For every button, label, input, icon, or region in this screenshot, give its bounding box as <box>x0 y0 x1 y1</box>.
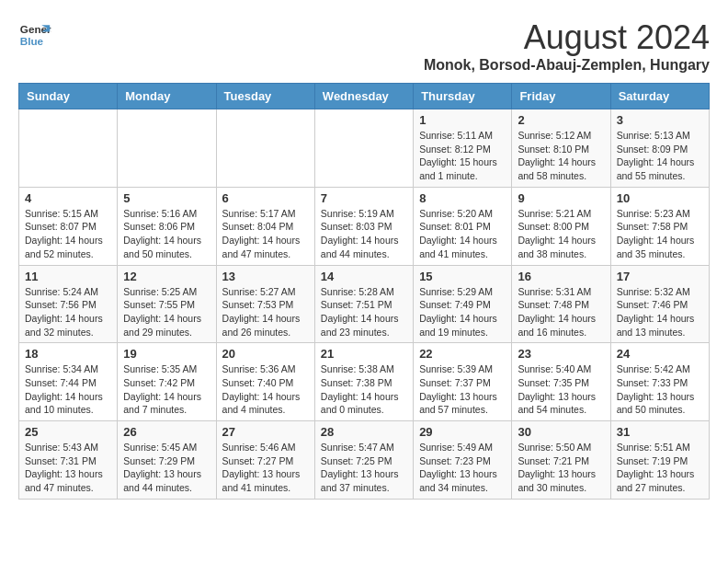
calendar-cell: 1Sunrise: 5:11 AM Sunset: 8:12 PM Daylig… <box>414 109 512 188</box>
day-info: Sunrise: 5:12 AM Sunset: 8:10 PM Dayligh… <box>518 129 604 183</box>
day-info: Sunrise: 5:23 AM Sunset: 7:58 PM Dayligh… <box>617 207 703 261</box>
calendar-cell <box>19 109 118 188</box>
calendar-cell <box>118 109 216 188</box>
day-info: Sunrise: 5:34 AM Sunset: 7:44 PM Dayligh… <box>25 362 111 417</box>
calendar-week-2: 4Sunrise: 5:15 AM Sunset: 8:07 PM Daylig… <box>19 187 710 265</box>
calendar-cell: 6Sunrise: 5:17 AM Sunset: 8:04 PM Daylig… <box>216 187 314 265</box>
day-info: Sunrise: 5:36 AM Sunset: 7:40 PM Dayligh… <box>222 362 309 417</box>
day-info: Sunrise: 5:43 AM Sunset: 7:31 PM Dayligh… <box>25 441 111 495</box>
page-header: General Blue August 2024 Monok, Borsod-A… <box>18 18 710 74</box>
day-info: Sunrise: 5:28 AM Sunset: 7:51 PM Dayligh… <box>321 285 407 339</box>
calendar-cell: 21Sunrise: 5:38 AM Sunset: 7:38 PM Dayli… <box>314 343 413 421</box>
calendar-cell: 18Sunrise: 5:34 AM Sunset: 7:44 PM Dayli… <box>19 343 118 421</box>
day-info: Sunrise: 5:50 AM Sunset: 7:21 PM Dayligh… <box>518 441 604 495</box>
calendar-cell: 3Sunrise: 5:13 AM Sunset: 8:09 PM Daylig… <box>610 109 709 188</box>
day-number: 2 <box>518 113 604 127</box>
calendar-week-5: 25Sunrise: 5:43 AM Sunset: 7:31 PM Dayli… <box>19 421 710 500</box>
day-number: 30 <box>518 425 604 439</box>
calendar-cell: 2Sunrise: 5:12 AM Sunset: 8:10 PM Daylig… <box>512 109 610 188</box>
title-block: August 2024 Monok, Borsod-Abauj-Zemplen,… <box>424 18 710 74</box>
day-info: Sunrise: 5:27 AM Sunset: 7:53 PM Dayligh… <box>222 285 309 339</box>
day-info: Sunrise: 5:16 AM Sunset: 8:06 PM Dayligh… <box>123 207 210 261</box>
calendar-header-row: Sunday Monday Tuesday Wednesday Thursday… <box>19 84 710 109</box>
calendar-cell: 13Sunrise: 5:27 AM Sunset: 7:53 PM Dayli… <box>216 265 314 343</box>
calendar-cell: 27Sunrise: 5:46 AM Sunset: 7:27 PM Dayli… <box>216 421 314 500</box>
day-number: 18 <box>25 347 111 361</box>
day-number: 10 <box>617 191 703 205</box>
svg-text:Blue: Blue <box>20 35 44 47</box>
day-number: 13 <box>222 270 309 283</box>
day-info: Sunrise: 5:47 AM Sunset: 7:25 PM Dayligh… <box>321 441 407 495</box>
day-info: Sunrise: 5:13 AM Sunset: 8:09 PM Dayligh… <box>617 129 703 183</box>
day-number: 11 <box>25 270 111 283</box>
day-info: Sunrise: 5:21 AM Sunset: 8:00 PM Dayligh… <box>518 207 604 261</box>
day-info: Sunrise: 5:32 AM Sunset: 7:46 PM Dayligh… <box>617 285 703 339</box>
day-info: Sunrise: 5:20 AM Sunset: 8:01 PM Dayligh… <box>419 207 506 261</box>
logo: General Blue <box>18 18 51 52</box>
day-info: Sunrise: 5:31 AM Sunset: 7:48 PM Dayligh… <box>518 285 604 339</box>
col-tuesday: Tuesday <box>216 84 314 109</box>
day-number: 17 <box>617 270 703 283</box>
day-number: 12 <box>123 270 210 283</box>
day-number: 24 <box>617 347 703 361</box>
day-info: Sunrise: 5:42 AM Sunset: 7:33 PM Dayligh… <box>617 362 703 417</box>
day-number: 23 <box>518 347 604 361</box>
calendar-cell: 9Sunrise: 5:21 AM Sunset: 8:00 PM Daylig… <box>512 187 610 265</box>
day-number: 6 <box>222 191 309 205</box>
day-info: Sunrise: 5:17 AM Sunset: 8:04 PM Dayligh… <box>222 207 309 261</box>
calendar-week-4: 18Sunrise: 5:34 AM Sunset: 7:44 PM Dayli… <box>19 343 710 421</box>
day-number: 7 <box>321 191 407 205</box>
col-saturday: Saturday <box>610 84 709 109</box>
day-number: 22 <box>419 347 506 361</box>
day-info: Sunrise: 5:51 AM Sunset: 7:19 PM Dayligh… <box>617 441 703 495</box>
calendar-cell: 4Sunrise: 5:15 AM Sunset: 8:07 PM Daylig… <box>19 187 118 265</box>
main-title: August 2024 <box>424 18 710 57</box>
day-number: 25 <box>25 425 111 439</box>
day-info: Sunrise: 5:15 AM Sunset: 8:07 PM Dayligh… <box>25 207 111 261</box>
day-number: 5 <box>123 191 210 205</box>
day-info: Sunrise: 5:19 AM Sunset: 8:03 PM Dayligh… <box>321 207 407 261</box>
col-thursday: Thursday <box>414 84 512 109</box>
day-number: 29 <box>419 425 506 439</box>
calendar-cell: 16Sunrise: 5:31 AM Sunset: 7:48 PM Dayli… <box>512 265 610 343</box>
day-info: Sunrise: 5:29 AM Sunset: 7:49 PM Dayligh… <box>419 285 506 339</box>
subtitle: Monok, Borsod-Abauj-Zemplen, Hungary <box>424 57 710 74</box>
calendar-table: Sunday Monday Tuesday Wednesday Thursday… <box>18 83 710 500</box>
day-number: 28 <box>321 425 407 439</box>
day-number: 31 <box>617 425 703 439</box>
day-info: Sunrise: 5:45 AM Sunset: 7:29 PM Dayligh… <box>123 441 210 495</box>
calendar-cell: 26Sunrise: 5:45 AM Sunset: 7:29 PM Dayli… <box>118 421 216 500</box>
day-info: Sunrise: 5:39 AM Sunset: 7:37 PM Dayligh… <box>419 362 506 417</box>
day-number: 14 <box>321 270 407 283</box>
day-number: 16 <box>518 270 604 283</box>
logo-icon: General Blue <box>18 18 51 52</box>
calendar-cell: 11Sunrise: 5:24 AM Sunset: 7:56 PM Dayli… <box>19 265 118 343</box>
day-info: Sunrise: 5:46 AM Sunset: 7:27 PM Dayligh… <box>222 441 309 495</box>
calendar-cell: 15Sunrise: 5:29 AM Sunset: 7:49 PM Dayli… <box>414 265 512 343</box>
day-info: Sunrise: 5:11 AM Sunset: 8:12 PM Dayligh… <box>419 129 506 183</box>
calendar-cell: 22Sunrise: 5:39 AM Sunset: 7:37 PM Dayli… <box>414 343 512 421</box>
calendar-cell: 24Sunrise: 5:42 AM Sunset: 7:33 PM Dayli… <box>610 343 709 421</box>
day-number: 1 <box>419 113 506 127</box>
calendar-cell: 10Sunrise: 5:23 AM Sunset: 7:58 PM Dayli… <box>610 187 709 265</box>
calendar-cell: 28Sunrise: 5:47 AM Sunset: 7:25 PM Dayli… <box>314 421 413 500</box>
day-info: Sunrise: 5:35 AM Sunset: 7:42 PM Dayligh… <box>123 362 210 417</box>
calendar-cell: 29Sunrise: 5:49 AM Sunset: 7:23 PM Dayli… <box>414 421 512 500</box>
calendar-cell <box>216 109 314 188</box>
day-info: Sunrise: 5:25 AM Sunset: 7:55 PM Dayligh… <box>123 285 210 339</box>
day-info: Sunrise: 5:40 AM Sunset: 7:35 PM Dayligh… <box>518 362 604 417</box>
day-info: Sunrise: 5:38 AM Sunset: 7:38 PM Dayligh… <box>321 362 407 417</box>
day-number: 26 <box>123 425 210 439</box>
day-info: Sunrise: 5:49 AM Sunset: 7:23 PM Dayligh… <box>419 441 506 495</box>
day-number: 27 <box>222 425 309 439</box>
calendar-cell: 31Sunrise: 5:51 AM Sunset: 7:19 PM Dayli… <box>610 421 709 500</box>
calendar-cell: 23Sunrise: 5:40 AM Sunset: 7:35 PM Dayli… <box>512 343 610 421</box>
calendar-cell: 17Sunrise: 5:32 AM Sunset: 7:46 PM Dayli… <box>610 265 709 343</box>
day-number: 19 <box>123 347 210 361</box>
col-monday: Monday <box>118 84 216 109</box>
calendar-cell <box>314 109 413 188</box>
day-number: 8 <box>419 191 506 205</box>
col-sunday: Sunday <box>19 84 118 109</box>
col-wednesday: Wednesday <box>314 84 413 109</box>
calendar-cell: 5Sunrise: 5:16 AM Sunset: 8:06 PM Daylig… <box>118 187 216 265</box>
